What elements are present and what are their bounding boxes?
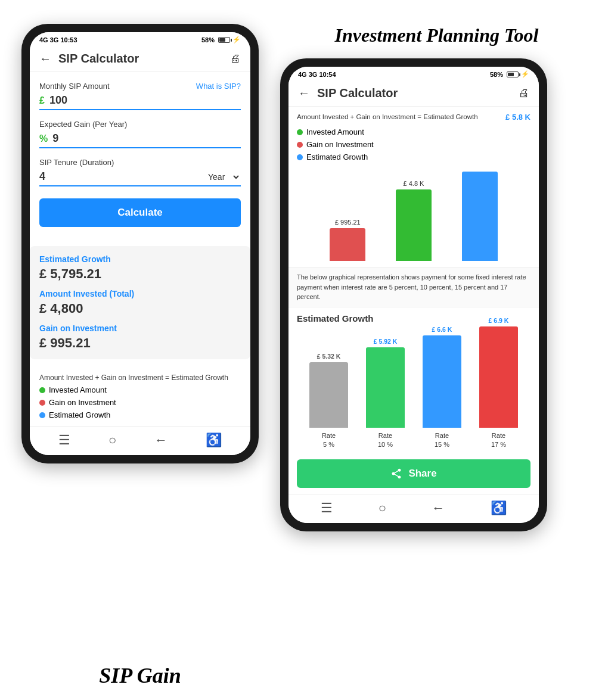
tenure-input[interactable] [39,170,206,183]
right-phone-screen: 4G 3G 10:54 58% ⚡ ← SIP Calculator 🖨 [288,67,539,522]
battery-percent-left: 58% [201,36,215,43]
tc-estimated-dot [297,154,303,160]
share-label: Share [408,468,436,480]
rate-bar-10-rect [366,347,405,428]
bottom-nav-left: ☰ ○ ← ♿ [30,426,250,455]
top-chart-title: Amount Invested + Gain on Investment = E… [297,113,501,122]
top-bar-chart: £ 995.21 £ 4.8 K [297,166,530,261]
rate-bar-5-rect [309,362,348,428]
app-title-right: SIP Calculator [317,86,519,100]
legend-row: Invested Amount Gain on Investment Estim… [39,385,241,421]
estimated-label: Estimated Growth [49,410,110,419]
sip-gain-label: SIP Gain [99,651,181,688]
estimated-dot [39,412,45,418]
rate-value-17: £ 6.9 K [489,317,509,324]
rate-value-5: £ 5.32 K [317,353,341,360]
back-button-right[interactable]: ← [298,86,310,100]
description-text: The below graphical representation shows… [288,267,539,307]
status-bar-right: 4G 3G 10:54 58% ⚡ [288,67,539,80]
tc-invested-dot [297,129,303,135]
battery-icon-left [218,37,230,43]
charging-icon: ⚡ [232,36,241,43]
chart-legend-area: Amount Invested + Gain on Investment = E… [30,368,250,426]
tenure-label: SIP Tenure (Duration) [39,158,241,167]
bottom-nav-right: ☰ ○ ← ♿ [288,494,539,523]
invested-label: Invested Amount [49,385,107,394]
nav-back-right[interactable]: ← [432,500,445,516]
bar-gain-rect [330,228,365,261]
bar-estimated [452,169,507,261]
gain-label: Gain on Investment [49,398,116,407]
share-button-row: Share [288,455,539,494]
tc-legend-estimated: Estimated Growth [297,153,530,161]
print-icon-right[interactable]: 🖨 [519,87,529,99]
nav-menu-left[interactable]: ☰ [58,433,70,448]
percent-symbol: % [39,133,48,144]
expected-gain-input[interactable] [52,132,241,145]
currency-symbol-sip: £ [39,95,45,106]
nav-back-left[interactable]: ← [154,433,167,448]
bar-estimated-rect [462,172,498,261]
status-bar-left: 4G 3G 10:53 58% ⚡ [30,32,250,46]
share-icon [390,468,402,480]
nav-accessibility-left[interactable]: ♿ [206,433,222,448]
top-chart-legend: Invested Amount Gain on Investment Estim… [297,127,530,163]
battery-percent-right: 58% [490,71,503,78]
chart-legend-title: Amount Invested + Gain on Investment = E… [39,374,241,382]
calculate-button[interactable]: Calculate [39,198,241,227]
status-left-right: 4G 3G 10:54 [298,71,336,78]
status-right-right: 58% ⚡ [490,70,529,78]
tenure-unit-select[interactable]: Year Month [206,172,241,182]
status-right-info: 58% ⚡ [201,36,241,43]
monthly-sip-input-row: £ [39,94,241,110]
rate-label-10: Rate10 % [378,431,393,449]
tc-legend-gain: Gain on Investment [297,140,530,149]
gain-dot [39,400,45,406]
tenure-input-row: Year Month [39,170,241,186]
top-chart-section: Amount Invested + Gain on Investment = E… [288,107,539,267]
expected-gain-input-row: % [39,132,241,148]
nav-accessibility-right[interactable]: ♿ [491,500,507,516]
back-button-left[interactable]: ← [39,52,51,66]
bar-invested: £ 4.8 K [387,180,441,261]
nav-home-right[interactable]: ○ [378,500,386,516]
app-header-right: ← SIP Calculator 🖨 [288,80,539,107]
amount-invested-label: Amount Invested (Total) [39,289,241,298]
battery-icon-right [507,71,519,77]
legend-gain: Gain on Investment [39,398,241,407]
rate-label-15: Rate15 % [435,431,449,449]
amount-invested-value: £ 4,800 [39,301,241,316]
right-title: Investment Planning Tool [280,24,593,46]
estimated-growth-label: Estimated Growth [39,254,241,264]
tc-estimated-label: Estimated Growth [306,153,368,161]
what-is-sip-button[interactable]: What is SIP? [196,82,241,91]
bar-invested-value: £ 4.8 K [404,180,424,187]
charging-icon-right: ⚡ [521,70,529,78]
legend-estimated: Estimated Growth [39,410,241,419]
right-phone: 4G 3G 10:54 58% ⚡ ← SIP Calculator 🖨 [280,58,547,531]
rate-bar-15: £ 6.6 K Rate15 % [416,326,468,449]
form-area-left: Monthly SIP Amount What is SIP? £ Expect… [30,72,250,246]
print-icon-left[interactable]: 🖨 [230,52,241,65]
left-phone: 4G 3G 10:53 58% ⚡ ← SIP Calculator 🖨 [21,24,259,463]
app-title-left: SIP Calculator [58,52,230,66]
rate-bar-chart: £ 5.32 K Rate5 % £ 5.92 K Rate10 % £ [297,329,530,449]
monthly-sip-label: Monthly SIP Amount What is SIP? [39,82,241,91]
rate-bar-10: £ 5.92 K Rate10 % [359,338,411,449]
expected-gain-label: Expected Gain (Per Year) [39,120,241,129]
nav-home-left[interactable]: ○ [108,433,116,448]
nav-menu-right[interactable]: ☰ [321,500,333,516]
share-button[interactable]: Share [297,459,530,488]
monthly-sip-input[interactable] [49,94,241,107]
bar-gain: £ 995.21 [321,219,375,261]
top-chart-top-value: £ 5.8 K [505,113,530,122]
rate-bar-17: £ 6.9 K Rate17 % [473,317,525,449]
status-time-right: 4G 3G 10:54 [298,71,336,78]
tc-gain-label: Gain on Investment [306,140,374,149]
rate-bar-5: £ 5.32 K Rate5 % [303,353,355,449]
rate-label-5: Rate5 % [322,431,336,449]
tc-gain-dot [297,142,303,148]
gain-label: Gain on Investment [39,323,241,333]
app-header-left: ← SIP Calculator 🖨 [30,46,250,72]
bar-invested-rect [396,189,432,261]
